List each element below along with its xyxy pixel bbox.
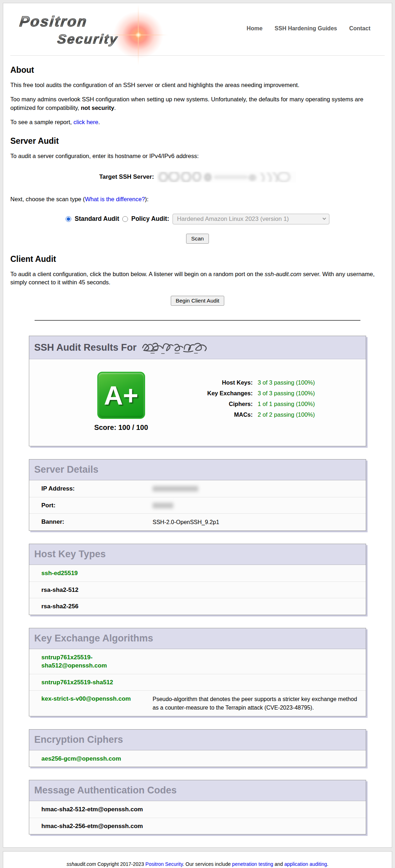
stat-value: 3 of 3 passing (100%): [258, 390, 315, 397]
mac-row: hmac-sha2-512-etm@openssh.com: [29, 801, 366, 817]
stat-row-ciphers: Ciphers: 1 of 1 passing (100%): [181, 401, 315, 407]
stat-label: Key Exchanges:: [181, 390, 253, 397]
mac-name: hmac-sha2-512-etm@openssh.com: [41, 805, 153, 813]
about-p2-text: Too many admins overlook SSH configurati…: [10, 96, 363, 111]
about-p2-period: .: [114, 105, 116, 111]
policy-audit-radio[interactable]: [122, 216, 128, 222]
stat-value: 2 of 2 passing (100%): [258, 411, 315, 418]
main-content: About This free tool audits the configur…: [3, 65, 392, 834]
sample-report-period: .: [98, 119, 100, 125]
cipher-name: aes256-gcm@openssh.com: [41, 755, 153, 763]
host-key-row: rsa-sha2-256: [29, 598, 366, 614]
stat-row-macs: MACs: 2 of 2 passing (100%): [181, 411, 315, 418]
policy-select[interactable]: Hardened Amazon Linux 2023 (version 1): [173, 214, 329, 224]
stat-row-host-keys: Host Keys: 3 of 3 passing (100%): [181, 379, 315, 386]
key-exchange-panel: Key Exchange Algorithms sntrup761x25519-…: [29, 628, 366, 716]
kex-row: kex-strict-s-v00@openssh.com Pseudo-algo…: [29, 690, 366, 716]
host-key-name: rsa-sha2-256: [41, 602, 153, 610]
sample-report-link[interactable]: click here: [73, 119, 98, 125]
footer-line-1: sshaudit.com Copyright 2017-2023 Positro…: [10, 861, 385, 867]
target-server-row: Target SSH Server:: [10, 172, 385, 182]
host-key-types-header: Host Key Types: [29, 544, 366, 565]
banner-label: Banner:: [41, 518, 153, 527]
scan-type-options-row: Standard Audit Policy Audit: Hardened Am…: [10, 214, 385, 224]
footer-period: .: [327, 861, 328, 867]
main-content-card: Positron Security Home SSH Hardening Gui…: [3, 3, 392, 848]
score-text: Score: 100 / 100: [80, 423, 162, 432]
about-heading: About: [10, 65, 385, 75]
logo-text-line1: Positron: [19, 13, 88, 30]
stat-value: 3 of 3 passing (100%): [258, 379, 315, 386]
standard-audit-label[interactable]: Standard Audit: [75, 215, 119, 223]
server-details-header: Server Details: [29, 460, 366, 480]
banner-value: SSH-2.0-OpenSSH_9.2p1: [153, 518, 359, 527]
client-audit-text-pre: To audit a client configuration, click t…: [10, 271, 265, 277]
target-ssh-server-input[interactable]: [157, 172, 296, 182]
grade-badge: A+: [97, 372, 145, 419]
footer-app-audit-link[interactable]: application auditing: [284, 861, 327, 867]
chevron-down-icon: [322, 216, 326, 220]
kex-name: sntrup761x25519-sha512@openssh.com: [41, 653, 153, 670]
results-panel-header: SSH Audit Results For: [29, 336, 366, 359]
mac-row: hmac-sha2-256-etm@openssh.com: [29, 818, 366, 834]
scan-type-colon: ):: [145, 196, 149, 202]
port-row: Port:: [29, 497, 366, 513]
footer-services-text: . Our services include: [183, 861, 232, 867]
kex-description: Pseudo-algorithm that denotes the peer s…: [153, 695, 359, 712]
policy-select-value: Hardened Amazon Linux 2023 (version 1): [177, 215, 319, 223]
about-p2-bold-text: not security: [81, 105, 114, 111]
stat-label: MACs:: [181, 411, 253, 418]
nav-ssh-hardening-guides-link[interactable]: SSH Hardening Guides: [275, 25, 337, 32]
target-ssh-server-label: Target SSH Server:: [99, 173, 154, 181]
scan-button-row: Scan: [10, 234, 385, 244]
grade-block: A+ Score: 100 / 100: [80, 372, 162, 432]
kex-row: sntrup761x25519-sha512: [29, 674, 366, 690]
footer-pentest-link[interactable]: penetration testing: [232, 861, 273, 867]
footer-site-name: sshaudit.com: [67, 861, 96, 867]
key-exchange-header: Key Exchange Algorithms: [29, 628, 366, 649]
about-paragraph-3: To see a sample report, click here.: [10, 118, 385, 126]
scan-type-difference-link[interactable]: What is the difference?: [85, 196, 145, 202]
redacted-port-value: [153, 503, 173, 508]
main-nav: Home SSH Hardening Guides Contact: [247, 25, 370, 32]
kex-name: kex-strict-s-v00@openssh.com: [41, 695, 153, 712]
macs-header: Message Authentication Codes: [29, 780, 366, 801]
begin-client-audit-button[interactable]: Begin Client Audit: [171, 296, 224, 306]
positron-security-logo[interactable]: Positron Security: [15, 13, 183, 56]
about-paragraph-1: This free tool audits the configuration …: [10, 81, 385, 89]
host-key-types-panel: Host Key Types ssh-ed25519 rsa-sha2-512 …: [29, 544, 366, 615]
cipher-row: aes256-gcm@openssh.com: [29, 750, 366, 767]
nav-contact-link[interactable]: Contact: [349, 25, 370, 32]
policy-audit-label[interactable]: Policy Audit:: [131, 215, 169, 223]
port-label: Port:: [41, 501, 153, 509]
host-key-row: rsa-sha2-512: [29, 582, 366, 598]
stat-row-key-exchanges: Key Exchanges: 3 of 3 passing (100%): [181, 390, 315, 397]
encryption-ciphers-panel: Encryption Ciphers aes256-gcm@openssh.co…: [29, 729, 366, 767]
logo-text-line2: Security: [57, 32, 119, 47]
scan-button[interactable]: Scan: [186, 234, 209, 244]
client-audit-paragraph: To audit a client configuration, click t…: [10, 270, 385, 287]
sample-report-text: To see a sample report,: [10, 119, 73, 125]
encryption-ciphers-header: Encryption Ciphers: [29, 730, 366, 750]
grade-letter: A+: [104, 380, 138, 411]
site-footer: sshaudit.com Copyright 2017-2023 Positro…: [3, 851, 392, 868]
footer-and-text: and: [273, 861, 284, 867]
ip-address-row: IP Address:: [29, 480, 366, 497]
redacted-ip-value: [153, 486, 198, 492]
redacted-hostname-scribble: [141, 341, 212, 354]
host-key-name: ssh-ed25519: [41, 569, 153, 577]
scan-type-text: Next, choose the scan type (: [10, 196, 85, 202]
standard-audit-radio[interactable]: [66, 216, 71, 222]
host-key-row: ssh-ed25519: [29, 565, 366, 581]
mac-name: hmac-sha2-256-etm@openssh.com: [41, 822, 153, 830]
results-title-text: SSH Audit Results For: [34, 342, 137, 353]
footer-copyright-text: Copyright 2017-2023: [96, 861, 145, 867]
macs-panel: Message Authentication Codes hmac-sha2-5…: [29, 780, 366, 834]
client-audit-heading: Client Audit: [10, 254, 385, 264]
ssh-audit-results-panel: SSH Audit Results For: [29, 336, 366, 446]
server-details-panel: Server Details IP Address: Port: Banner:…: [29, 459, 366, 531]
footer-positron-link[interactable]: Positron Security: [145, 861, 183, 867]
scan-type-line: Next, choose the scan type (What is the …: [10, 195, 385, 203]
nav-home-link[interactable]: Home: [247, 25, 262, 32]
server-audit-intro: To audit a server configuration, enter i…: [10, 152, 385, 160]
